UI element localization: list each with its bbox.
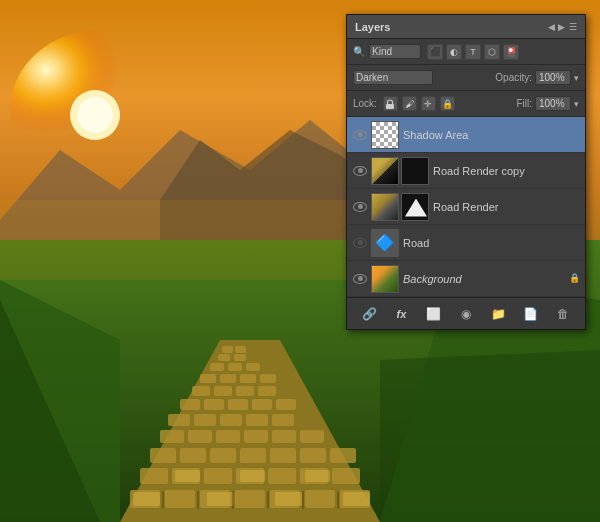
svg-rect-28 (330, 448, 356, 463)
eye-pupil (358, 132, 363, 137)
delete-layer-icon[interactable]: 🗑 (553, 304, 573, 324)
panel-header: Layers ◀ ▶ ☰ (347, 15, 585, 39)
lock-position-icon[interactable]: ✛ (421, 96, 436, 111)
eye-icon (353, 166, 367, 176)
layer-item[interactable]: 🔷 Road (347, 225, 585, 261)
svg-rect-45 (192, 386, 210, 396)
svg-rect-68 (197, 491, 199, 509)
layers-list: Shadow Area Road Render copy (347, 117, 585, 297)
layer-name: Road Render (433, 201, 581, 213)
svg-rect-72 (337, 491, 339, 509)
svg-rect-30 (188, 430, 212, 443)
fill-value[interactable]: 100% (535, 96, 571, 111)
lock-label: Lock: (353, 98, 377, 109)
eye-icon (353, 274, 367, 284)
svg-rect-61 (207, 492, 234, 506)
opacity-value[interactable]: 100% (535, 70, 571, 85)
layer-item[interactable]: Background 🔒 (347, 261, 585, 297)
eye-icon (353, 130, 367, 140)
svg-rect-24 (210, 448, 236, 463)
panel-footer: 🔗 fx ⬜ ◉ 📁 📄 🗑 (347, 297, 585, 329)
svg-rect-19 (268, 468, 296, 484)
lock-image-icon[interactable]: 🖌 (402, 96, 417, 111)
type-filter-icon[interactable]: T (465, 44, 481, 60)
svg-rect-43 (252, 399, 272, 410)
svg-marker-76 (380, 350, 600, 522)
new-group-icon[interactable]: 📁 (488, 304, 508, 324)
svg-rect-32 (244, 430, 268, 443)
kind-select[interactable]: Kind (369, 44, 421, 59)
layer-thumbnail[interactable] (371, 121, 399, 149)
layer-effects-icon[interactable]: fx (391, 304, 411, 324)
panel-title: Layers (355, 21, 390, 33)
layer-visibility-toggle[interactable] (351, 126, 369, 144)
eye-icon (353, 238, 367, 248)
fill-chevron[interactable]: ▾ (574, 99, 579, 109)
svg-rect-55 (246, 363, 260, 371)
smart-filter-icon[interactable]: 🎴 (503, 44, 519, 60)
layer-thumbnail[interactable] (371, 265, 399, 293)
svg-rect-15 (140, 468, 168, 484)
blend-mode-select[interactable]: Darken (353, 70, 433, 85)
svg-rect-71 (302, 491, 304, 509)
svg-rect-56 (218, 354, 230, 361)
lock-transparent-icon[interactable] (383, 96, 398, 111)
svg-rect-26 (270, 448, 296, 463)
layer-thumbnail[interactable] (371, 193, 399, 221)
collapse-icon[interactable]: ◀ ▶ (548, 22, 565, 32)
pixel-filter-icon[interactable]: ⬛ (427, 44, 443, 60)
svg-rect-37 (220, 414, 242, 426)
layer-item[interactable]: Shadow Area (347, 117, 585, 153)
svg-rect-50 (220, 374, 236, 383)
svg-rect-31 (216, 430, 240, 443)
svg-rect-53 (210, 363, 224, 371)
link-layers-icon[interactable]: 🔗 (359, 304, 379, 324)
layer-item[interactable]: Road Render (347, 189, 585, 225)
shape-filter-icon[interactable]: ⬡ (484, 44, 500, 60)
opacity-chevron[interactable]: ▾ (574, 73, 579, 83)
svg-rect-22 (150, 448, 176, 463)
opacity-label: Opacity: (495, 72, 532, 83)
layer-visibility-toggle[interactable] (351, 162, 369, 180)
svg-rect-46 (214, 386, 232, 396)
layer-item[interactable]: Road Render copy (347, 153, 585, 189)
layer-mask-thumbnail[interactable] (401, 157, 429, 185)
svg-rect-78 (386, 104, 394, 109)
layer-thumbnail[interactable]: 🔷 (371, 229, 399, 257)
svg-rect-9 (165, 490, 195, 508)
add-mask-icon[interactable]: ⬜ (424, 304, 444, 324)
layer-visibility-toggle[interactable] (351, 234, 369, 252)
svg-rect-27 (300, 448, 326, 463)
layer-thumbnail[interactable] (371, 157, 399, 185)
panel-menu-icon[interactable]: ☰ (569, 22, 577, 32)
layer-visibility-toggle[interactable] (351, 198, 369, 216)
eye-icon (353, 202, 367, 212)
svg-rect-23 (180, 448, 206, 463)
svg-rect-47 (236, 386, 254, 396)
adjustment-filter-icon[interactable]: ◐ (446, 44, 462, 60)
search-icon: 🔍 (353, 46, 365, 57)
svg-rect-60 (133, 492, 160, 506)
eye-pupil (358, 168, 363, 173)
svg-rect-35 (168, 414, 190, 426)
svg-rect-54 (228, 363, 242, 371)
panel-header-icons: ◀ ▶ ☰ (548, 22, 577, 32)
lock-all-icon[interactable]: 🔒 (440, 96, 455, 111)
new-layer-icon[interactable]: 📄 (521, 304, 541, 324)
svg-rect-59 (235, 346, 246, 353)
svg-rect-44 (276, 399, 296, 410)
layer-mask-thumbnail[interactable] (401, 193, 429, 221)
svg-rect-21 (332, 468, 360, 484)
svg-rect-36 (194, 414, 216, 426)
svg-rect-51 (240, 374, 256, 383)
layer-visibility-toggle[interactable] (351, 270, 369, 288)
new-fill-adjustment-icon[interactable]: ◉ (456, 304, 476, 324)
svg-rect-58 (222, 346, 233, 353)
svg-rect-63 (343, 492, 370, 506)
svg-rect-17 (204, 468, 232, 484)
layer-name: Shadow Area (403, 129, 581, 141)
kind-row: 🔍 Kind ⬛ ◐ T ⬡ 🎴 (347, 39, 585, 65)
svg-rect-77 (0, 200, 400, 280)
svg-rect-64 (175, 470, 200, 482)
svg-rect-29 (160, 430, 184, 443)
